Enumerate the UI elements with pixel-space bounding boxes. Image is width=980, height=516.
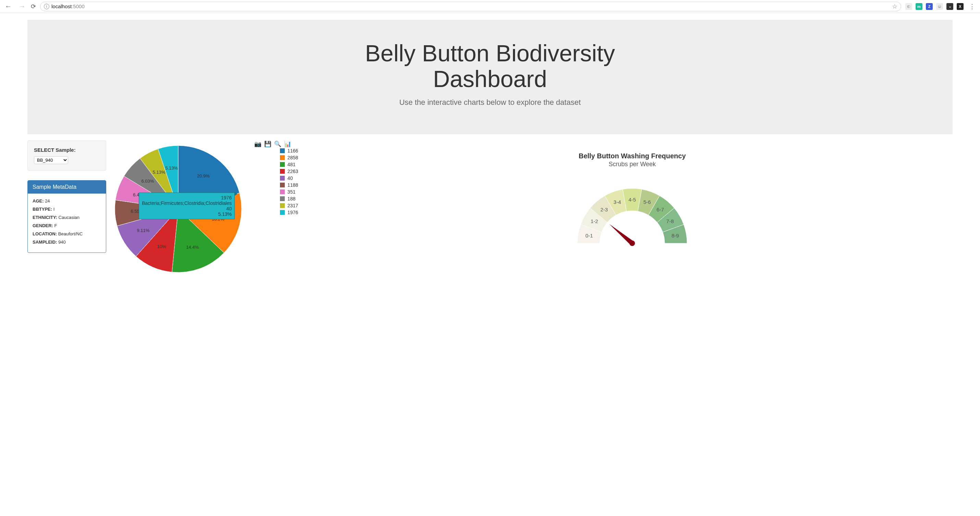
select-label: SELECT Sample: xyxy=(34,147,100,153)
metadata-panel-body: AGE: 24BBTYPE: IETHNICITY: CaucasianGEND… xyxy=(28,194,106,253)
gauge-step-label: 5-6 xyxy=(644,199,651,205)
pie-chart-column: 📷 💾 🔍 📊 20.9%16.2%14.4%10%9.11%6.55%6.42… xyxy=(113,140,305,277)
legend-item[interactable]: 2263 xyxy=(280,169,298,174)
menu-button[interactable]: ⋮ xyxy=(968,3,977,10)
plotly-modebar: 📷 💾 🔍 📊 xyxy=(254,140,291,148)
gauge-step-label: 0-1 xyxy=(585,232,593,238)
address-bar[interactable]: i localhost:5000 ☆ xyxy=(40,2,901,11)
sample-selector-well: SELECT Sample: BB_940 xyxy=(27,140,106,170)
metadata-row: LOCATION: Beaufort/NC xyxy=(33,231,101,236)
page-title: Belly Button BiodiversityDashboard xyxy=(34,40,946,92)
reload-button[interactable]: ⟳ xyxy=(31,3,36,10)
pie-slice-label: 14.4% xyxy=(186,245,199,250)
metadata-row: ETHNICITY: Caucasian xyxy=(33,215,101,220)
extension-icon[interactable]: ◒ xyxy=(936,3,943,10)
legend-item[interactable]: 1976 xyxy=(280,210,298,215)
metadata-panel-title: Sample MetaData xyxy=(28,181,106,194)
page-subtitle: Use the interactive charts below to expl… xyxy=(34,98,946,107)
extension-icons: ◐ m Z ◒ ⌄ X xyxy=(905,3,964,10)
metadata-row: AGE: 24 xyxy=(33,198,101,204)
legend-item[interactable]: 2317 xyxy=(280,203,298,208)
gauge-step-label: 3-4 xyxy=(614,199,621,205)
pie-chart[interactable]: 20.9%16.2%14.4%10%9.11%6.55%6.42%6.03%5.… xyxy=(113,140,250,277)
pie-slice-label: 20.9% xyxy=(197,174,210,178)
hero-jumbotron: Belly Button BiodiversityDashboard Use t… xyxy=(27,20,953,134)
legend-item[interactable]: 1188 xyxy=(280,182,298,188)
extension-icon[interactable]: Z xyxy=(926,3,933,10)
camera-icon[interactable]: 📷 xyxy=(254,140,261,148)
pie-slice-label: 9.11% xyxy=(137,228,150,233)
extension-icon[interactable]: m xyxy=(916,3,923,10)
pie-slice-label: 6.03% xyxy=(141,178,154,183)
metadata-row: BBTYPE: I xyxy=(33,207,101,212)
gauge-column: Belly Button Washing Frequency Scrubs pe… xyxy=(312,140,953,255)
legend-item[interactable]: 40 xyxy=(280,175,298,181)
gauge-step-label: 7-8 xyxy=(667,218,674,224)
metadata-row: GENDER: F xyxy=(33,223,101,228)
legend-item[interactable]: 1166 xyxy=(280,148,298,153)
pocket-icon[interactable]: ⌄ xyxy=(947,3,953,10)
extension-icon[interactable]: ◐ xyxy=(905,3,912,10)
autoscale-icon[interactable]: 📊 xyxy=(284,140,291,148)
pie-slice-label: 6.55% xyxy=(131,209,143,214)
sample-select[interactable]: BB_940 xyxy=(34,156,68,164)
pie-slice-label: 6.42% xyxy=(133,192,146,197)
save-icon[interactable]: 💾 xyxy=(264,140,271,148)
legend-item[interactable]: 2858 xyxy=(280,155,298,160)
pie-slice-label: 16.2% xyxy=(212,216,224,221)
pie-legend[interactable]: 11662858481226340118835118823171976 xyxy=(280,148,298,217)
zoom-icon[interactable]: 🔍 xyxy=(274,140,281,148)
gauge-step-label: 8-9 xyxy=(671,232,679,238)
gauge-chart[interactable]: 0-11-22-33-44-55-66-77-88-9 xyxy=(564,171,701,253)
back-button[interactable]: ← xyxy=(3,2,13,10)
site-info-icon[interactable]: i xyxy=(44,4,49,9)
url-text: localhost:5000 xyxy=(51,3,84,9)
extension-icon[interactable]: X xyxy=(957,3,964,10)
legend-item[interactable]: 351 xyxy=(280,189,298,194)
browser-toolbar: ← → ⟳ i localhost:5000 ☆ ◐ m Z ◒ ⌄ X ⋮ xyxy=(0,0,980,13)
gauge-title: Belly Button Washing Frequency xyxy=(312,152,953,160)
metadata-row: SAMPLEID: 940 xyxy=(33,239,101,245)
pie-slice-label: 5.13% xyxy=(153,170,165,175)
forward-button[interactable]: → xyxy=(17,2,27,10)
gauge-subtitle: Scrubs per Week xyxy=(312,161,953,168)
gauge-step-label: 1-2 xyxy=(591,218,598,224)
legend-item[interactable]: 481 xyxy=(280,162,298,167)
gauge-hub xyxy=(630,240,635,246)
gauge-step-label: 2-3 xyxy=(600,207,608,212)
bookmark-star-icon[interactable]: ☆ xyxy=(892,3,897,10)
gauge-step-label: 6-7 xyxy=(657,207,664,212)
sidebar: SELECT Sample: BB_940 Sample MetaData AG… xyxy=(27,140,106,253)
pie-slice-label: 5.13% xyxy=(165,165,178,170)
gauge-step-label: 4-5 xyxy=(628,196,636,202)
metadata-panel: Sample MetaData AGE: 24BBTYPE: IETHNICIT… xyxy=(27,180,106,253)
legend-item[interactable]: 188 xyxy=(280,196,298,201)
pie-slice-label: 10% xyxy=(157,244,166,249)
